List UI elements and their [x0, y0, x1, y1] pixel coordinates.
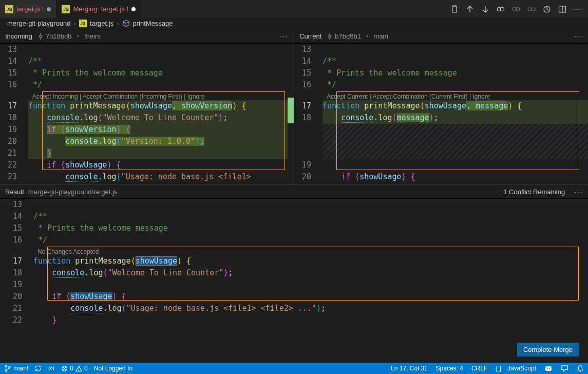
current-pane: Current b7bd9b1 • main ··· 13 14/** 15 *… — [294, 29, 588, 184]
tab-bar: JS target.js ! JS Merging: target.js ! ·… — [0, 0, 588, 18]
obj: console — [65, 172, 98, 182]
more-icon[interactable]: ··· — [574, 5, 582, 13]
method: log — [103, 172, 117, 181]
var: message — [397, 113, 429, 122]
incoming-code[interactable]: 13 14/** 15 * Prints the welcome message… — [0, 44, 294, 184]
incoming-branch: theirs — [84, 32, 101, 40]
param: showUsage — [425, 101, 466, 110]
svg-point-17 — [9, 366, 10, 368]
js-icon: JS — [79, 20, 87, 27]
code-comment: /** — [28, 57, 42, 66]
incoming-commit[interactable]: 7b18bdb — [37, 32, 72, 40]
diff-panes: Incoming 7b18bdb • theirs ··· 13 14/** 1… — [0, 29, 588, 184]
accept-incoming-link[interactable]: Accept Incoming — [32, 93, 78, 100]
code-comment: /** — [323, 57, 336, 66]
chevron-right-icon: › — [117, 20, 119, 27]
js-icon: JS — [5, 5, 13, 13]
feedback-icon[interactable] — [561, 365, 568, 372]
string: "Welcome To Line Counter" — [103, 113, 219, 122]
breadcrumb: merge-git-playground › JS target.js › pr… — [0, 18, 588, 29]
current-branch: main — [374, 32, 388, 40]
commit-hash: b7bd9b1 — [335, 32, 361, 40]
arrow-up-icon[interactable] — [466, 5, 474, 13]
svg-point-23 — [79, 370, 79, 370]
js-icon: JS — [62, 5, 70, 13]
arrow-down-icon[interactable] — [481, 5, 489, 13]
var: showVersion — [65, 125, 116, 134]
accept-combo-link[interactable]: Accept Combination (Incoming First) — [83, 93, 182, 100]
incoming-pane: Incoming 7b18bdb • theirs ··· 13 14/** 1… — [0, 29, 294, 184]
var: showUsage — [65, 160, 107, 170]
ruler-marker — [288, 98, 294, 123]
branch-status[interactable]: main! — [4, 365, 28, 372]
codelens-current: Accept Current | Accept Combination (Cur… — [323, 91, 588, 100]
error-count: 0 — [70, 365, 73, 372]
overview-ruler[interactable] — [288, 44, 294, 184]
brace-icon: { } — [496, 365, 501, 372]
tab-actions: ··· — [450, 0, 588, 18]
var: showUsage — [70, 292, 112, 301]
method-icon — [122, 20, 130, 27]
string: "Usage: node base.js <file1> — [121, 172, 251, 181]
tab-merging[interactable]: JS Merging: target.js ! — [56, 0, 141, 18]
method: log — [89, 268, 103, 277]
method: log — [397, 184, 411, 184]
loop-disabled-icon — [512, 5, 520, 13]
string: "Usage: node base.js <file1> <file2> ...… — [126, 304, 316, 313]
split-icon[interactable] — [558, 5, 566, 13]
more-icon[interactable]: ··· — [574, 32, 583, 40]
method: log — [378, 113, 392, 122]
ignore-link[interactable]: Ignore — [472, 93, 490, 100]
conflicts-remaining[interactable]: 1 Conflict Remaining — [503, 188, 565, 196]
breadcrumb-file[interactable]: target.js — [90, 20, 113, 27]
accept-current-link[interactable]: Accept Current — [327, 93, 368, 100]
sync-status[interactable] — [34, 365, 42, 372]
layout-reset-icon[interactable] — [543, 5, 551, 13]
cursor-position[interactable]: Ln 17, Col 31 — [391, 365, 427, 372]
fn-name: printMessage — [364, 101, 420, 110]
language-name: JavaScript — [507, 365, 536, 372]
warning-icon — [75, 365, 82, 372]
method: log — [108, 304, 122, 313]
eol[interactable]: CRLF — [471, 365, 487, 372]
comma: , — [172, 101, 181, 110]
loop-icon[interactable] — [497, 5, 505, 13]
codelens-result: No Changes Accepted — [33, 246, 588, 255]
more-icon[interactable]: ··· — [280, 32, 289, 40]
separator-dot: • — [77, 32, 79, 40]
login-status[interactable]: Not Logged In — [94, 365, 132, 372]
deleted-lines-indicator — [323, 124, 588, 159]
breadcrumb-folder[interactable]: merge-git-playground — [7, 20, 71, 27]
comma: , — [466, 101, 476, 110]
current-code[interactable]: 13 14/** 15 * Prints the welcome message… — [294, 44, 588, 184]
current-commit[interactable]: b7bd9b1 — [327, 32, 361, 40]
bell-icon[interactable] — [577, 365, 584, 372]
svg-point-9 — [40, 35, 42, 37]
language-mode[interactable]: { } JavaScript — [496, 365, 536, 372]
svg-point-26 — [549, 368, 550, 369]
ports-status[interactable] — [48, 365, 55, 372]
more-icon[interactable]: ··· — [574, 188, 583, 196]
result-code[interactable]: 13 14/** 15 * Prints the welcome message… — [0, 199, 588, 363]
complete-merge-button[interactable]: Complete Merge — [517, 343, 579, 357]
obj: console — [70, 304, 103, 313]
accept-combo-link[interactable]: Accept Combination (Current First) — [372, 93, 467, 100]
breadcrumb-symbol[interactable]: printMessage — [133, 20, 173, 27]
problems-status[interactable]: 0 0 — [61, 365, 87, 372]
tab-label: Merging: target.js ! — [73, 5, 128, 13]
obj: console — [47, 113, 79, 123]
dirty-dot-icon — [131, 7, 136, 11]
param: showUsage — [136, 256, 177, 266]
tab-target[interactable]: JS target.js ! — [0, 0, 56, 18]
copilot-icon[interactable] — [544, 364, 553, 372]
face-icon — [544, 364, 553, 372]
code-comment: /** — [33, 212, 47, 221]
ignore-link[interactable]: Ignore — [187, 93, 205, 100]
commit-icon — [37, 33, 44, 40]
commit-hash: 7b18bdb — [46, 32, 72, 40]
discard-icon[interactable] — [450, 5, 459, 13]
branch-icon — [4, 365, 11, 372]
indentation[interactable]: Spaces: 4 — [436, 365, 463, 372]
code-comment: * Prints the welcome message — [33, 223, 168, 233]
param: message — [476, 101, 508, 110]
